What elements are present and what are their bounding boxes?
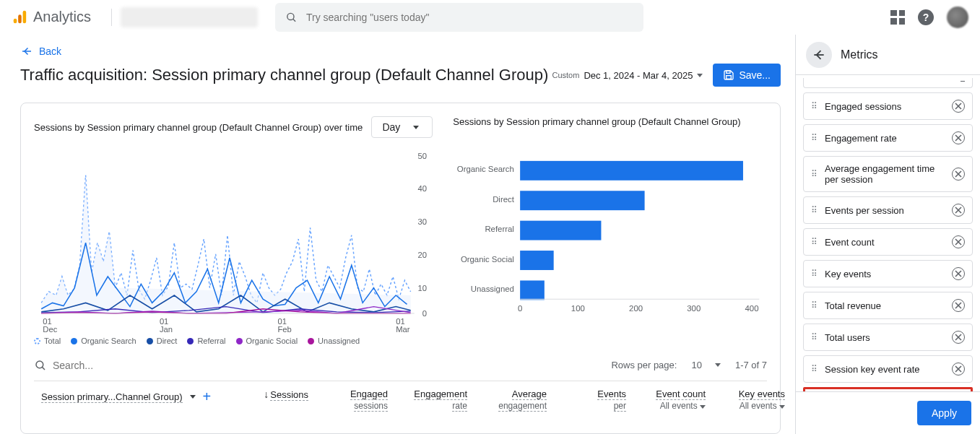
bar-chart-title: Sessions by Session primary channel grou… <box>453 116 740 127</box>
metric-chip-label: Key events <box>825 269 945 279</box>
drag-handle-icon[interactable]: ⠿ <box>811 364 818 374</box>
svg-text:01: 01 <box>278 316 287 325</box>
svg-text:400: 400 <box>745 304 759 313</box>
svg-rect-1 <box>18 14 22 23</box>
line-chart-title: Sessions by Session primary channel grou… <box>34 122 363 133</box>
search-icon <box>34 359 47 372</box>
drag-handle-icon[interactable]: ⠿ <box>811 332 818 342</box>
remove-metric-icon[interactable] <box>952 299 965 312</box>
chevron-down-icon <box>413 126 419 129</box>
legend-item[interactable]: Unassigned <box>308 337 360 345</box>
svg-rect-2 <box>23 10 27 22</box>
remove-metric-icon[interactable] <box>952 235 965 248</box>
metric-chip[interactable]: ⠿Average engagement time per session <box>803 156 973 192</box>
table-search-input[interactable] <box>53 360 226 371</box>
svg-rect-27 <box>520 191 644 210</box>
drag-handle-icon[interactable]: ⠿ <box>811 169 818 179</box>
svg-text:0: 0 <box>422 309 427 318</box>
svg-text:20: 20 <box>418 251 428 259</box>
rows-per-page-select[interactable]: 10 <box>687 357 724 373</box>
svg-text:Unassigned: Unassigned <box>471 285 514 293</box>
metric-chip[interactable]: ⠿Total revenue <box>803 292 973 319</box>
table-search[interactable] <box>34 359 611 372</box>
svg-text:30: 30 <box>418 217 428 226</box>
column-header[interactable]: Engagedsessions <box>316 389 395 411</box>
drag-handle-icon[interactable]: ⠿ <box>811 101 818 111</box>
global-search[interactable] <box>275 3 643 32</box>
metric-chip[interactable]: ⠿Key events <box>803 260 973 287</box>
column-header[interactable]: Event countAll events <box>633 389 713 411</box>
help-icon[interactable]: ? <box>918 9 934 25</box>
remove-metric-icon[interactable] <box>952 131 965 144</box>
metric-chip-label: Event count <box>825 237 945 248</box>
ga-logo-icon <box>12 9 27 25</box>
svg-rect-8 <box>727 76 732 79</box>
legend-item[interactable]: Organic Search <box>71 337 136 345</box>
svg-line-41 <box>42 367 45 370</box>
pagination-range: 1-7 of 7 <box>735 360 767 370</box>
drag-handle-icon[interactable]: ⠿ <box>811 133 818 143</box>
column-header[interactable]: Averageengagement <box>474 389 554 411</box>
svg-rect-7 <box>727 71 730 73</box>
legend-item[interactable]: Direct <box>147 337 178 345</box>
column-header[interactable]: Eventsper <box>554 389 633 411</box>
metric-chip[interactable]: ⠿Session key event rate <box>803 355 973 383</box>
chevron-down-icon <box>779 405 785 409</box>
metric-chip-label: Session key event rate <box>825 364 945 375</box>
column-header[interactable]: ↓Sessions <box>236 389 316 411</box>
global-search-input[interactable] <box>306 12 633 23</box>
line-chart-legend: Total Organic Search Direct Referral Org… <box>34 337 433 345</box>
legend-item[interactable]: Organic Social <box>236 337 298 345</box>
legend-item[interactable]: Total <box>34 337 61 345</box>
dimension-header[interactable]: Session primary...Channel Group) + <box>34 389 236 405</box>
drag-handle-icon[interactable]: ⠿ <box>811 205 818 215</box>
svg-text:10: 10 <box>418 284 428 292</box>
svg-point-3 <box>287 13 294 19</box>
remove-metric-icon[interactable] <box>952 267 965 280</box>
back-label: Back <box>39 45 61 57</box>
granularity-picker[interactable]: Day <box>371 116 433 138</box>
panel-back-button[interactable] <box>806 42 832 68</box>
metric-chip-label: Total revenue <box>825 300 945 311</box>
remove-metric-icon[interactable] <box>952 100 965 113</box>
page-title: Traffic acquisition: Session primary cha… <box>20 66 548 84</box>
date-range-picker[interactable]: Custom Dec 1, 2024 - Mar 4, 2025 <box>552 70 703 81</box>
metric-chip-label: Engagement rate <box>825 133 945 144</box>
chevron-down-icon <box>697 74 703 77</box>
back-link[interactable]: Back <box>20 45 781 58</box>
apply-button[interactable]: Apply <box>917 401 971 425</box>
metric-chip[interactable]: ⠿Engagement rate <box>803 124 973 152</box>
metric-chip[interactable]: ⠿Event count <box>803 228 973 256</box>
metric-chip-label: Average engagement time per session <box>825 163 945 185</box>
avatar[interactable] <box>947 6 968 28</box>
apps-icon[interactable] <box>890 10 905 25</box>
account-picker[interactable] <box>121 7 258 27</box>
metric-chip[interactable]: ⠿Events per session <box>803 196 973 224</box>
product-name: Analytics <box>33 9 91 25</box>
sort-desc-icon: ↓ <box>264 389 269 400</box>
drag-handle-icon[interactable]: ⠿ <box>811 269 818 279</box>
svg-text:01: 01 <box>396 316 405 325</box>
column-header[interactable]: Key eventsAll events <box>713 389 792 411</box>
chevron-down-icon <box>715 363 721 367</box>
column-header[interactable]: Engagementrate <box>395 389 474 411</box>
svg-text:01: 01 <box>160 316 169 325</box>
metric-chip[interactable]: ⠿Engaged sessions <box>803 92 973 120</box>
add-dimension-button[interactable]: + <box>203 389 212 405</box>
remove-metric-icon[interactable] <box>952 168 965 181</box>
metric-chip-label: Events per session <box>825 205 945 216</box>
metric-chip-overflow <box>803 78 973 88</box>
drag-handle-icon[interactable]: ⠿ <box>811 237 818 247</box>
metric-chip[interactable]: ⠿Total users <box>803 324 973 351</box>
remove-metric-icon[interactable] <box>952 363 965 376</box>
legend-item[interactable]: Referral <box>187 337 225 345</box>
svg-text:Feb: Feb <box>278 325 292 333</box>
drag-handle-icon[interactable]: ⠿ <box>811 300 818 311</box>
save-button[interactable]: Save... <box>713 64 781 87</box>
remove-metric-icon[interactable] <box>952 204 965 217</box>
remove-metric-icon[interactable] <box>952 331 965 344</box>
metrics-panel: Metrics ⠿Engaged sessions⠿Engagement rat… <box>795 35 980 434</box>
svg-text:300: 300 <box>688 304 701 313</box>
chevron-down-icon <box>700 405 706 409</box>
svg-text:Jan: Jan <box>160 325 173 333</box>
